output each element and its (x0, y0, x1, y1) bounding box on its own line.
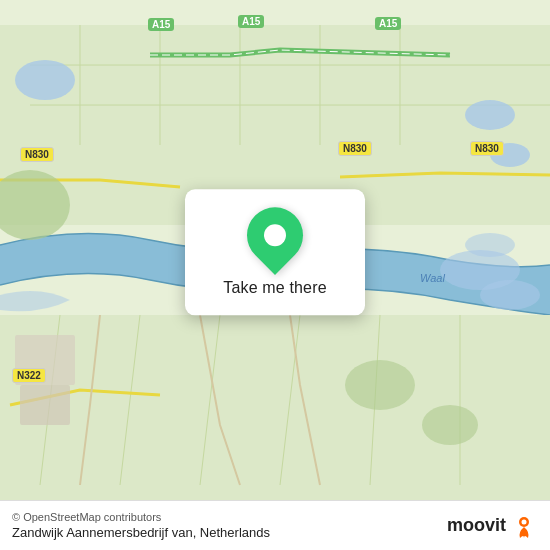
osm-attribution: © OpenStreetMap contributors (12, 511, 270, 523)
road-label-n830-left: N830 (20, 147, 54, 162)
location-pin-icon (235, 196, 314, 275)
svg-point-13 (480, 280, 540, 310)
bottom-left-info: © OpenStreetMap contributors Zandwijk Aa… (12, 511, 270, 540)
svg-point-28 (522, 519, 527, 524)
bottom-bar: © OpenStreetMap contributors Zandwijk Aa… (0, 500, 550, 550)
moovit-logo: moovit (447, 512, 538, 540)
road-label-n830-far-right: N830 (470, 141, 504, 156)
take-me-there-button[interactable]: Take me there (223, 275, 326, 301)
svg-point-24 (422, 405, 478, 445)
road-label-a15-left: A15 (148, 18, 174, 31)
svg-rect-26 (20, 385, 70, 425)
map-container: A15 A15 A15 N830 N830 N830 N322 Waal Tak… (0, 0, 550, 550)
moovit-icon (510, 512, 538, 540)
road-label-n322: N322 (12, 368, 46, 383)
location-name: Zandwijk Aannemersbedrijf van, Netherlan… (12, 525, 270, 540)
svg-point-10 (465, 100, 515, 130)
river-label-waal: Waal (420, 272, 445, 284)
svg-point-9 (15, 60, 75, 100)
road-label-a15-right: A15 (375, 17, 401, 30)
svg-point-14 (465, 233, 515, 257)
road-label-n830-right: N830 (338, 141, 372, 156)
road-label-a15-center: A15 (238, 15, 264, 28)
moovit-brand-name: moovit (447, 515, 506, 536)
svg-point-23 (345, 360, 415, 410)
popup-card: Take me there (185, 189, 365, 315)
